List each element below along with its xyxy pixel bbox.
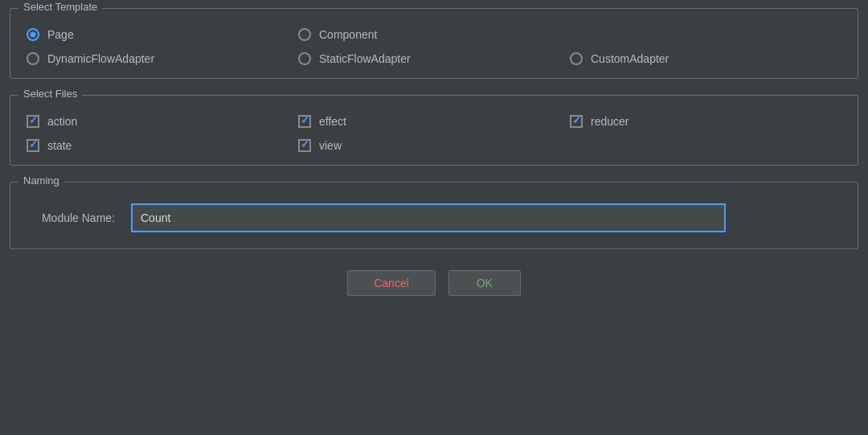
checkbox-effect[interactable]: effect	[298, 115, 570, 128]
checkbox-effect-input[interactable]	[298, 115, 311, 128]
dialog: Select Template Page Component DynamicFl…	[0, 0, 868, 435]
files-section: Select Files action effect reducer state…	[10, 95, 858, 166]
radio-placeholder-empty	[570, 28, 841, 41]
checkbox-action-label: action	[47, 115, 77, 128]
template-section-legend: Select Template	[18, 1, 102, 13]
files-section-legend: Select Files	[18, 88, 82, 100]
radio-component[interactable]: Component	[298, 28, 570, 41]
radio-dynamicflow[interactable]: DynamicFlowAdapter	[27, 52, 298, 65]
radio-customadapter-input[interactable]	[570, 52, 583, 65]
naming-section: Naming Module Name:	[10, 182, 858, 249]
radio-page[interactable]: Page	[27, 28, 298, 41]
radio-staticflow[interactable]: StaticFlowAdapter	[298, 52, 570, 65]
template-grid: Page Component DynamicFlowAdapter Static…	[27, 28, 841, 65]
checkbox-state-input[interactable]	[27, 139, 39, 152]
module-name-input[interactable]	[131, 203, 726, 232]
footer: Cancel OK	[0, 257, 868, 312]
radio-page-input[interactable]	[27, 28, 39, 41]
ok-button[interactable]: OK	[448, 270, 521, 296]
checkbox-view-label: view	[319, 139, 342, 152]
radio-page-label: Page	[47, 28, 74, 41]
radio-dynamicflow-label: DynamicFlowAdapter	[47, 52, 154, 65]
files-grid: action effect reducer state view	[27, 115, 841, 152]
checkbox-reducer[interactable]: reducer	[570, 115, 841, 128]
checkbox-view[interactable]: view	[298, 139, 570, 152]
radio-component-input[interactable]	[298, 28, 311, 41]
radio-dynamicflow-input[interactable]	[27, 52, 39, 65]
module-name-label: Module Name:	[27, 211, 115, 224]
template-section: Select Template Page Component DynamicFl…	[10, 8, 858, 79]
checkbox-reducer-input[interactable]	[570, 115, 583, 128]
checkbox-action-input[interactable]	[27, 115, 39, 128]
checkbox-reducer-label: reducer	[591, 115, 628, 128]
radio-customadapter[interactable]: CustomAdapter	[570, 52, 841, 65]
radio-component-label: Component	[319, 28, 377, 41]
radio-staticflow-input[interactable]	[298, 52, 311, 65]
checkbox-state[interactable]: state	[27, 139, 298, 152]
checkbox-state-label: state	[47, 139, 72, 152]
radio-customadapter-label: CustomAdapter	[591, 52, 669, 65]
checkbox-view-input[interactable]	[298, 139, 311, 152]
checkbox-action[interactable]: action	[27, 115, 298, 128]
checkbox-effect-label: effect	[319, 115, 346, 128]
naming-row: Module Name:	[27, 203, 841, 232]
radio-staticflow-label: StaticFlowAdapter	[319, 52, 411, 65]
cancel-button[interactable]: Cancel	[347, 270, 436, 296]
naming-section-legend: Naming	[18, 174, 64, 187]
